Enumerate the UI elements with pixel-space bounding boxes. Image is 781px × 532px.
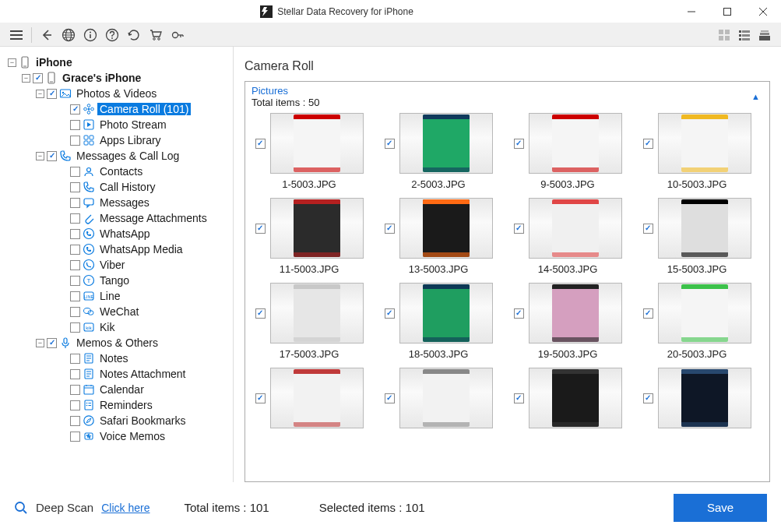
tree-checkbox[interactable] bbox=[70, 136, 80, 146]
thumbnail-image[interactable] bbox=[399, 113, 493, 174]
tree-checkbox[interactable] bbox=[70, 385, 80, 395]
deep-scan-link[interactable]: Click here bbox=[101, 502, 150, 514]
cart-icon[interactable] bbox=[146, 25, 166, 45]
tree-photo-stream[interactable]: Photo Stream bbox=[5, 117, 228, 132]
thumbnail-item[interactable]: 13-5003.JPG bbox=[381, 198, 496, 275]
thumbnail-item[interactable] bbox=[381, 368, 496, 433]
thumbnail-checkbox[interactable] bbox=[514, 224, 524, 234]
refresh-icon[interactable] bbox=[124, 25, 144, 45]
tree-checkbox[interactable] bbox=[47, 338, 57, 348]
tree-whatsapp-media[interactable]: WhatsApp Media bbox=[5, 241, 228, 257]
thumbnail-item[interactable]: 9-5003.JPG bbox=[510, 113, 625, 190]
thumbnail-checkbox[interactable] bbox=[385, 393, 395, 403]
tree-photos-group[interactable]: −Photos & Videos bbox=[5, 86, 228, 101]
thumbnail-checkbox[interactable] bbox=[514, 139, 524, 149]
tree-apps-library[interactable]: Apps Library bbox=[5, 132, 228, 148]
tree-checkbox[interactable] bbox=[70, 260, 80, 270]
thumbnail-checkbox[interactable] bbox=[385, 224, 395, 234]
thumbnail-checkbox[interactable] bbox=[255, 139, 266, 149]
thumbnail-checkbox[interactable] bbox=[643, 224, 653, 234]
tree-memos-group[interactable]: −Memos & Others bbox=[5, 335, 228, 351]
tree-kik[interactable]: kikKik bbox=[5, 319, 228, 335]
thumbnail-checkbox[interactable] bbox=[643, 393, 653, 403]
info-icon[interactable] bbox=[80, 25, 100, 45]
tree-messages[interactable]: Messages bbox=[5, 195, 228, 210]
tree-whatsapp[interactable]: WhatsApp bbox=[5, 226, 228, 241]
tree-checkbox[interactable] bbox=[70, 182, 80, 192]
tree-wechat[interactable]: WeChat bbox=[5, 304, 228, 319]
tree-notes-attach[interactable]: Notes Attachment bbox=[5, 366, 228, 382]
thumbnail-image[interactable] bbox=[270, 113, 364, 174]
thumbnail-image[interactable] bbox=[399, 198, 493, 259]
thumbnail-item[interactable]: 10-5003.JPG bbox=[639, 113, 755, 190]
thumbnail-item[interactable]: 20-5003.JPG bbox=[639, 283, 755, 360]
tree-checkbox[interactable] bbox=[33, 73, 43, 83]
thumbnail-item[interactable] bbox=[639, 368, 755, 433]
globe-icon[interactable] bbox=[58, 25, 79, 45]
tree-contacts[interactable]: Contacts bbox=[5, 164, 228, 179]
tree-voice-memos[interactable]: Voice Memos bbox=[5, 428, 228, 444]
tree-checkbox[interactable] bbox=[70, 213, 80, 224]
save-button[interactable]: Save bbox=[674, 494, 767, 522]
thumbnail-checkbox[interactable] bbox=[385, 139, 395, 149]
tree-checkbox[interactable] bbox=[70, 369, 80, 379]
thumbnail-checkbox[interactable] bbox=[643, 139, 653, 149]
tree-tango[interactable]: TTango bbox=[5, 273, 228, 288]
thumbnail-image[interactable] bbox=[529, 113, 622, 174]
tree-checkbox[interactable] bbox=[70, 322, 80, 333]
list-view-icon[interactable] bbox=[734, 25, 755, 45]
thumbnail-image[interactable] bbox=[399, 283, 493, 344]
tree-checkbox[interactable] bbox=[47, 151, 57, 161]
tree-expander[interactable]: − bbox=[36, 339, 44, 347]
thumbnail-image[interactable] bbox=[658, 113, 751, 174]
thumbnail-image[interactable] bbox=[270, 283, 364, 344]
tree-checkbox[interactable] bbox=[70, 198, 80, 208]
tree-checkbox[interactable] bbox=[70, 104, 80, 115]
tree-calendar[interactable]: Calendar bbox=[5, 382, 228, 397]
thumbnail-item[interactable]: 15-5003.JPG bbox=[639, 198, 755, 275]
thumbnail-image[interactable] bbox=[270, 368, 364, 428]
thumbnail-image[interactable] bbox=[529, 368, 622, 428]
thumbnail-image[interactable] bbox=[399, 368, 493, 428]
thumbnail-checkbox[interactable] bbox=[255, 393, 266, 403]
tree-expander[interactable]: − bbox=[8, 58, 16, 67]
tree-device[interactable]: −Grace's iPhone bbox=[5, 70, 228, 86]
menu-button[interactable] bbox=[6, 25, 26, 45]
tree-line[interactable]: LINELine bbox=[5, 288, 228, 304]
thumbnail-item[interactable]: 19-5003.JPG bbox=[510, 283, 625, 360]
close-button[interactable] bbox=[745, 0, 781, 23]
tree-checkbox[interactable] bbox=[70, 245, 80, 255]
tree-camera-roll[interactable]: Camera Roll (101) bbox=[5, 101, 228, 117]
stack-view-icon[interactable] bbox=[755, 25, 775, 45]
tree-checkbox[interactable] bbox=[70, 354, 80, 364]
thumbnail-checkbox[interactable] bbox=[514, 308, 524, 319]
tree-viber[interactable]: Viber bbox=[5, 257, 228, 273]
tree-checkbox[interactable] bbox=[70, 416, 80, 426]
thumbnail-item[interactable] bbox=[510, 368, 625, 433]
thumbnail-image[interactable] bbox=[658, 368, 751, 428]
tree-expander[interactable]: − bbox=[36, 90, 44, 98]
tree-reminders[interactable]: Reminders bbox=[5, 397, 228, 413]
thumbnail-item[interactable]: 1-5003.JPG bbox=[252, 113, 367, 190]
tree-checkbox[interactable] bbox=[70, 432, 80, 442]
tree-checkbox[interactable] bbox=[70, 229, 80, 239]
tree-checkbox[interactable] bbox=[70, 291, 80, 301]
thumbnail-checkbox[interactable] bbox=[255, 224, 266, 234]
tree-checkbox[interactable] bbox=[70, 400, 80, 410]
help-icon[interactable] bbox=[102, 25, 122, 45]
tree-notes[interactable]: Notes bbox=[5, 351, 228, 366]
key-icon[interactable] bbox=[167, 25, 188, 45]
maximize-button[interactable] bbox=[709, 0, 745, 23]
thumbnail-item[interactable]: 14-5003.JPG bbox=[510, 198, 625, 275]
tree-checkbox[interactable] bbox=[70, 167, 80, 177]
tree-expander[interactable]: − bbox=[36, 152, 44, 160]
thumbnail-checkbox[interactable] bbox=[255, 308, 266, 319]
thumbnail-item[interactable]: 18-5003.JPG bbox=[381, 283, 496, 360]
tree-safari[interactable]: Safari Bookmarks bbox=[5, 413, 228, 428]
thumbnail-item[interactable]: 2-5003.JPG bbox=[381, 113, 496, 190]
tree-checkbox[interactable] bbox=[70, 307, 80, 317]
minimize-button[interactable] bbox=[674, 0, 709, 23]
thumbnail-image[interactable] bbox=[658, 283, 751, 344]
tree-checkbox[interactable] bbox=[70, 120, 80, 130]
thumbnail-image[interactable] bbox=[658, 198, 751, 259]
